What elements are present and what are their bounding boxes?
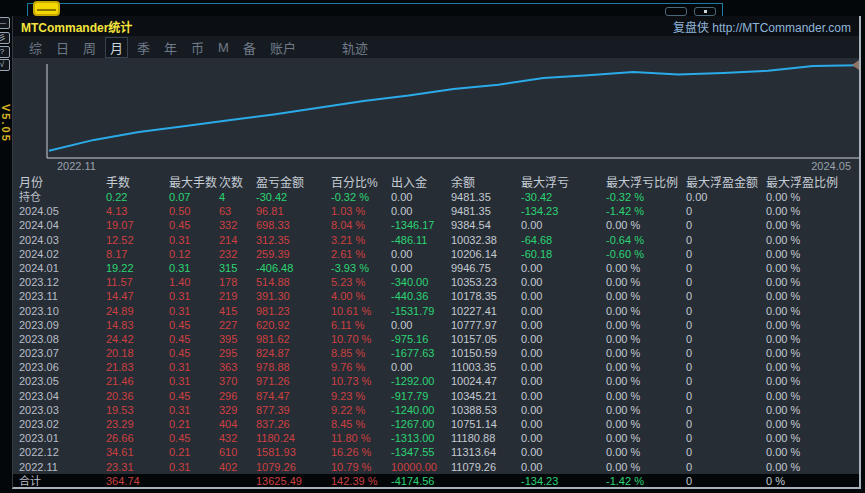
table-cell: 0.31 [169,374,219,388]
menu-tab-综[interactable]: 综 [29,38,42,57]
table-row-2023.08[interactable]: 2023.0824.420.45395981.6210.70 %-975.161… [13,332,859,346]
column-header: 次数 [219,173,256,190]
table-cell: 合计 [19,474,106,487]
column-header: 最大浮盈比例 [766,173,859,190]
table-cell: 0 [686,261,766,275]
table-cell: 0 [686,247,766,261]
table-cell: 0.45 [169,318,219,332]
column-header: 最大手数 [169,173,219,190]
table-cell: 0.00 % [766,247,859,261]
table-cell: 0.00 % [766,318,859,332]
table-cell: -975.16 [391,332,451,346]
table-cell: 20.18 [106,346,169,360]
table-cell: 8.85 % [331,346,391,360]
table-cell: -1292.00 [391,374,451,388]
table-row-2023.03[interactable]: 2023.0319.530.31329877.399.22 %-1240.001… [13,403,859,417]
table-cell: 2022.11 [19,460,106,474]
table-cell: 9384.54 [451,218,521,232]
table-cell: 0 [686,445,766,459]
table-row-2023.01[interactable]: 2023.0126.660.454321180.2411.80 %-1313.0… [13,431,859,445]
table-row-2023.09[interactable]: 2023.0914.830.45227620.926.11 %0.0010777… [13,318,859,332]
table-cell: 11.57 [106,275,169,289]
table-cell: 2023.06 [19,360,106,374]
table-cell: 142.39 % [331,474,391,487]
table-cell: 0.31 [169,304,219,318]
table-cell: 9481.35 [451,190,521,204]
table-cell: 0.00 [521,417,606,431]
table-cell: 0.00 [521,332,606,346]
table-row-2023.10[interactable]: 2023.1024.890.31415981.2310.61 %-1531.79… [13,304,859,318]
table-cell: 24.42 [106,332,169,346]
column-header: 最大浮盈金额 [686,173,766,190]
table-cell: 10157.05 [451,332,521,346]
table-row-2024.02[interactable]: 2024.028.170.12232259.392.61 %0.0010206.… [13,247,859,261]
table-row-2024.03[interactable]: 2024.0312.520.31214312.353.21 %-486.1110… [13,233,859,247]
table-row-持仓[interactable]: 持仓0.220.074-30.42-0.32 %0.009481.35-30.4… [13,190,859,204]
table-cell: 395 [219,332,256,346]
menu-tab-备[interactable]: 备 [243,38,256,57]
table-cell: 0.00 % [606,374,686,388]
table-row-2023.04[interactable]: 2023.0420.360.45296874.479.23 %-917.7910… [13,389,859,403]
table-cell: 0 [686,332,766,346]
table-cell: 21.46 [106,374,169,388]
sidebar-tool-icon-check[interactable]: √ [0,59,10,71]
table-cell: 10777.97 [451,318,521,332]
table-cell: 10178.35 [451,289,521,303]
sidebar-tool-icon-chart[interactable]: 彡 [0,32,10,44]
menu-tab-轨迹[interactable]: 轨迹 [342,38,368,57]
table-row-2022.11[interactable]: 2022.1123.310.314021079.2610.79 %10000.0… [13,460,859,474]
table-cell: -60.18 [521,247,606,261]
table-cell: -0.64 % [606,233,686,247]
table-cell: 10.70 % [331,332,391,346]
table-cell: 0.00 [521,460,606,474]
menu-tab-年[interactable]: 年 [164,38,177,57]
table-cell: 0.00 [521,389,606,403]
table-row-2023.06[interactable]: 2023.0621.830.31363978.889.76 %0.0011003… [13,360,859,374]
table-cell: 1.40 [169,275,219,289]
menu-tab-账户[interactable]: 账户 [270,38,296,57]
table-cell: 96.81 [256,204,331,218]
table-row-2024.01[interactable]: 2024.0119.220.31315-406.48-3.93 %0.00994… [13,261,859,275]
table-cell: 10227.41 [451,304,521,318]
background-window-button-2[interactable] [694,7,716,16]
table-cell: -1677.63 [391,346,451,360]
stats-table: 月份手数最大手数次数盈亏金额百分比%出入金余额最大浮亏最大浮亏比例最大浮盈金额最… [13,173,859,487]
table-cell: 698.33 [256,218,331,232]
table-row-2023.07[interactable]: 2023.0720.180.45295824.878.85 %-1677.631… [13,346,859,360]
table-cell: 0.00 % [606,389,686,403]
menu-tab-币[interactable]: 币 [191,38,204,57]
menu-tab-季[interactable]: 季 [137,38,150,57]
table-row-2024.05[interactable]: 2024.054.130.506396.811.03 %0.009481.35-… [13,204,859,218]
table-cell: 4 [219,190,256,204]
table-row-2024.04[interactable]: 2024.0419.070.45332698.338.04 %-1346.179… [13,218,859,232]
table-cell: 2023.12 [19,275,106,289]
table-row-2022.12[interactable]: 2022.1234.610.216101581.9316.26 %-1347.5… [13,445,859,459]
table-cell: 0.45 [169,389,219,403]
table-cell: 364.74 [106,474,169,487]
table-row-2023.12[interactable]: 2023.1211.571.40178514.885.23 %-340.0010… [13,275,859,289]
table-cell: 2024.01 [19,261,106,275]
sidebar-tool-icon-help[interactable]: ? [0,46,10,58]
menu-tab-月[interactable]: 月 [105,37,128,58]
menu-tab-M[interactable]: M [218,40,229,55]
table-cell: 11313.64 [451,445,521,459]
sidebar-tool-icon-minimize[interactable]: — [0,17,10,29]
table-cell: 2024.02 [19,247,106,261]
background-window-button-1[interactable] [665,7,687,16]
credit-link[interactable]: 复盘侠 http://MTCommander.com [673,18,851,35]
table-row-2023.11[interactable]: 2023.1114.470.31219391.304.00 %-440.3610… [13,289,859,303]
title-bar[interactable]: MTCommander统计 复盘侠 http://MTCommander.com [13,16,859,36]
table-cell: 21.83 [106,360,169,374]
table-cell: 23.29 [106,417,169,431]
table-row-2023.05[interactable]: 2023.0521.460.31370971.2610.73 %-1292.00… [13,374,859,388]
table-cell: 620.92 [256,318,331,332]
menu-tab-周[interactable]: 周 [83,38,96,57]
table-cell: 4.13 [106,204,169,218]
table-cell: 0 [686,403,766,417]
column-header: 手数 [106,173,169,190]
table-cell: 2023.09 [19,318,106,332]
table-cell: 16.26 % [331,445,391,459]
menu-tab-日[interactable]: 日 [56,38,69,57]
table-row-2023.02[interactable]: 2023.0223.290.21404837.268.45 %-1267.001… [13,417,859,431]
version-label: V5.05 [0,104,12,143]
